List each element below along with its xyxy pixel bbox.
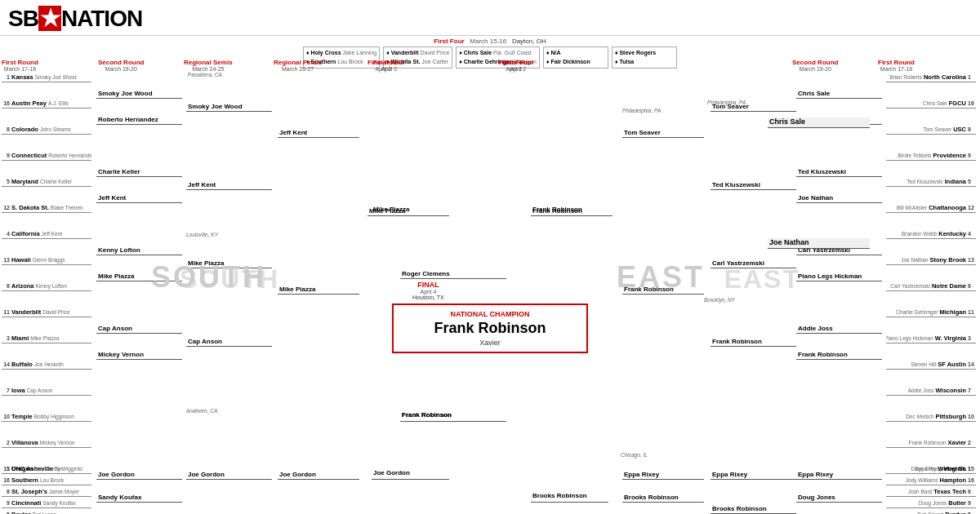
winner-slot-Brooks-Robinson: Brooks Robinson <box>710 503 796 514</box>
east-team-Chattanooga: 12ChattanoogaBill McAlister <box>886 202 976 213</box>
round-header-FirstRound: First RoundMarch 17-18 <box>878 59 915 72</box>
team-entry-Connecticut: 9ConnecticutRoberto Hernandez <box>2 150 91 161</box>
east-team-Wisconsin: 7WisconsinAddie Joss <box>886 385 976 396</box>
east-team-USC: 8USCTom Seaver <box>886 124 976 135</box>
winner-slot-Cap-Anson: Cap Anson <box>96 323 182 334</box>
joe-gordon-ff: Joe Gordon <box>372 469 449 480</box>
final-four-right-header: Final FourApril 2 <box>498 59 530 72</box>
winner-slot-Joe-Gordon: Joe Gordon <box>186 469 272 480</box>
ts-loc: Philadelphia, PA <box>707 100 746 105</box>
location-label: Brooklyn, NY <box>704 297 735 303</box>
team-entry-Cincinnati: 9CincinnatiSandy Koufax <box>2 498 91 508</box>
winner-slot-Charlie-Keller: Charlie Keller <box>96 166 182 177</box>
east-label-visible: EAST <box>617 260 705 295</box>
winner-slot-Eppa-Rixey: Eppa Rixey <box>796 469 882 480</box>
east-team-Kentucky: 4KentuckyBrandon Webb <box>886 228 976 239</box>
final-header: FINALApril 4Houston, TX <box>412 281 444 300</box>
east-team-North-Carolina: 1North CarolinaBrian Roberts <box>886 72 976 82</box>
winner-slot-Jeff-Kent: Jeff Kent <box>278 127 359 138</box>
brooks-robinson-ff: Brooks Robinson <box>531 492 608 503</box>
winner-slot-Cap-Anson: Cap Anson <box>186 336 272 347</box>
winner-slot-Joe-Gordon: Joe Gordon <box>278 469 359 480</box>
team-entry-Miami: 3MiamiMike Piazza <box>2 333 91 343</box>
frank-robinson-final-bottom: Frank Robinson <box>400 411 506 422</box>
winner-slot-Frank-Robinson: Frank Robinson <box>796 349 882 360</box>
east-region-label: EAST <box>724 264 800 295</box>
bracket-main: First Four March 15-16 Dayton, OH♦ Holy … <box>0 36 980 509</box>
team-entry-St.-Joseph's: 8St. Joseph'sJamie Moyer <box>2 486 91 497</box>
ff-game-5: ♦ Steve Rogers ♦ Tulsa <box>612 47 677 69</box>
winner-slot-Roger-Clemens: Roger Clemens <box>400 268 506 279</box>
team-entry-Villanova: 2VillanovaMickey Vernon <box>2 437 91 448</box>
winner-slot-Brooks-Robinson: Brooks Robinson <box>622 492 704 503</box>
winner-slot-Joe-Gordon: Joe Gordon <box>96 469 182 480</box>
first-four-header: First Four March 15-16 Dayton, OH <box>286 38 694 45</box>
team-entry-Hawaii: 13HawaiiGlenn Braggs <box>2 255 91 265</box>
winner-slot-Kenny-Lofton: Kenny Lofton <box>96 245 182 255</box>
final-four-left-header: Final FourApril 2 <box>368 59 399 72</box>
winner-slot-Carl-Yastrzemski: Carl Yastrzemski <box>710 258 796 268</box>
winner-slot-Chris-Sale: Chris Sale <box>796 88 882 99</box>
east-team-Providence: 9ProvidenceBirdie Tebbets <box>886 150 976 161</box>
south-label-visible: SOUTH <box>151 260 266 295</box>
mid-team-Hampton: 16HamptonJody Williams <box>886 475 976 485</box>
team-entry-Buffalo: 14BuffaloJoe Hesketh <box>2 359 91 370</box>
team-entry-Austin-Peay: 16Austin PeayA.J. Ellis <box>2 98 91 109</box>
east-team-Notre-Dame: 6Notre DameCarl Yastrzemski <box>886 281 976 291</box>
national-champion-box: NATIONAL CHAMPION Frank Robinson Xavier <box>392 304 588 353</box>
round-header-RegionalFinals: Regional FinalsMarch 26-27 <box>274 59 322 72</box>
location-label: Anaheim, CA <box>186 408 217 414</box>
chris-sale-featured: Chris Sale <box>768 117 870 128</box>
location-label: Chicago, IL <box>621 452 648 458</box>
winner-slot-Roberto-Hernandez: Roberto Hernandez <box>96 114 182 125</box>
winner-slot-Mickey-Vernon: Mickey Vernon <box>96 349 182 360</box>
winner-slot-Ted-Kluszewski: Ted Kluszewski <box>796 166 882 177</box>
winner-slot-Jeff-Kent: Jeff Kent <box>96 193 182 203</box>
winner-slot-Eppa-Rixey: Eppa Rixey <box>622 469 704 480</box>
location-label: Louisville, KY <box>186 232 218 237</box>
mid-team-Purdue: 5PurdueBob Friend <box>886 509 976 514</box>
champion-school: Xavier <box>402 339 578 347</box>
winner-slot-Frank-Robinson: Frank Robinson <box>710 336 796 347</box>
team-entry-Iowa: 7IowaCap Anson <box>2 385 91 396</box>
round-header-SecondRound: Second RoundMarch 19-20 <box>792 59 838 72</box>
mid-team-Butler: 9ButlerDoug Jones <box>886 498 976 508</box>
ff-game-4: ♦ N/A ♦ Fair Dickinson <box>543 47 608 69</box>
site-logo: SB★NATION <box>8 5 142 32</box>
round-header-RegionalSemis: Regional SemisMarch 24-25 <box>184 59 233 72</box>
east-team-W.-Virginia: 3W. VirginiaPiano Legs Hickman <box>886 333 976 343</box>
winner-slot-Jeff-Kent: Jeff Kent <box>186 179 272 190</box>
winner-slot-Addie-Joss: Addie Joss <box>796 323 882 334</box>
team-entry-Arizona: 6ArizonaKenny Lofton <box>2 281 91 291</box>
champion-name: Frank Robinson <box>402 320 578 337</box>
team-entry-California: 4CaliforniaJeff Kent <box>2 228 91 239</box>
team-entry-S.-Dakota-St.: 12S. Dakota St.Blake Treinen <box>2 202 91 213</box>
location-smoky: Pasadena, CA <box>188 72 222 78</box>
winner-slot-Joe-Nathan: Joe Nathan <box>796 193 882 203</box>
east-team-Michigan: 11MichiganCharlie Gehringer <box>886 307 976 317</box>
mid-team-Texas-Tech: 8Texas TechJosh Bard <box>886 486 976 497</box>
east-team-Pittsburgh: 10PittsburghDoc Medich <box>886 411 976 422</box>
east-team-Stony-Brook: 13Stony BrookJoe Nathan <box>886 255 976 265</box>
team-entry-Southern: 16SouthernLou Brock <box>2 475 91 485</box>
mid-team-Virginia: 1VirginiaEppa Rixey <box>886 463 976 474</box>
east-team-SF-Austin: 14SF AustinSteven Hill <box>886 359 976 370</box>
winner-slot-Mike-Piazza: Mike Piazza <box>278 284 359 295</box>
mike-piazza-ff: Mike Piazza <box>372 206 449 216</box>
team-entry-Oregon: 1OregonJoe Gordon <box>2 463 91 474</box>
winner-slot-Smoky-Joe-Wood: Smoky Joe Wood <box>186 101 272 112</box>
winner-slot-Tom-Seaver: Tom Seaver <box>622 127 704 138</box>
east-team-Indiana: 5IndianaTed Kluszewski <box>886 176 976 187</box>
winner-slot-Ted-Kluszewski: Ted Kluszewski <box>710 179 796 190</box>
joe-nathan-featured: Joe Nathan <box>768 238 870 249</box>
team-entry-Baylor: 5BaylorTed Lyons <box>2 509 91 514</box>
round-header-FirstRound: First RoundMarch 17-18 <box>2 59 38 72</box>
winner-slot-Doug-Jones: Doug Jones <box>796 492 882 503</box>
frank-robinson-ff: Frank Robinson <box>531 206 608 216</box>
winner-slot-Eppa-Rixey: Eppa Rixey <box>710 469 796 480</box>
east-team-Xavier: 2XavierFrank Robinson <box>886 437 976 448</box>
team-entry-Kansas: 1KansasSmoky Joe Wood <box>2 72 91 82</box>
winner-slot-Piano-Legs-Hickman: Piano Legs Hickman <box>796 271 882 281</box>
round-header-SecondRound: Second RoundMarch 19-20 <box>98 59 144 72</box>
national-champion-label: NATIONAL CHAMPION <box>402 310 578 318</box>
